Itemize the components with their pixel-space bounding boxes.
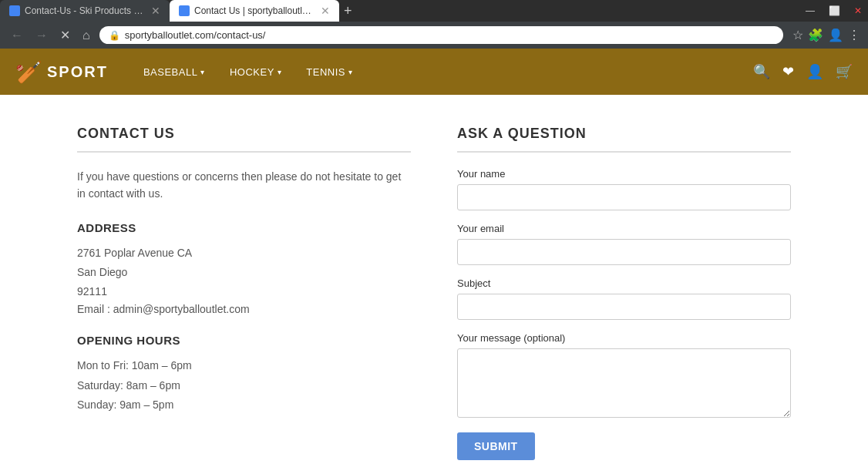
lock-icon: 🔒: [109, 30, 120, 41]
profile-icon[interactable]: 👤: [828, 28, 843, 42]
nav-tennis-label: TENNIS: [306, 66, 345, 78]
tab-2-close[interactable]: ✕: [321, 5, 330, 17]
address-line-1: 2761 Poplar Avenue CA: [77, 244, 411, 263]
hours-block: Mon to Fri: 10am – 6pm Saturday: 8am – 6…: [77, 356, 411, 415]
tab-1-title: Contact-Us - Ski Products With...: [25, 5, 146, 16]
new-tab-button[interactable]: +: [339, 0, 357, 22]
wishlist-icon[interactable]: ❤: [782, 63, 794, 80]
hours-line-1: Mon to Fri: 10am – 6pm: [77, 356, 411, 375]
nav-baseball-label: BASEBALL: [143, 66, 198, 78]
tab-2-title: Contact Us | sportyballoutlet.co...: [194, 5, 316, 16]
address-text: sportyballoutlet.com/contact-us/: [125, 29, 266, 41]
menu-icon[interactable]: ⋮: [848, 28, 860, 42]
minimize-button[interactable]: —: [799, 0, 821, 22]
contact-divider: [77, 151, 411, 153]
email-field-group: Your email: [457, 223, 791, 265]
search-icon[interactable]: 🔍: [753, 63, 770, 80]
browser-chrome: Contact-Us - Ski Products With... ✕ Cont…: [0, 0, 868, 49]
message-field-group: Your message (optional): [457, 332, 791, 420]
account-icon[interactable]: 👤: [806, 63, 823, 80]
email-label: Your email: [457, 223, 791, 234]
extensions-icon[interactable]: 🧩: [808, 28, 823, 42]
tab-1[interactable]: Contact-Us - Ski Products With... ✕: [0, 0, 170, 22]
window-controls: — ⬜ ✕: [799, 0, 868, 22]
tab-2-favicon: [179, 5, 190, 16]
main-nav: BASEBALL ▾ HOCKEY ▾ TENNIS ▾: [131, 49, 365, 95]
email-input[interactable]: [457, 239, 791, 265]
reload-button[interactable]: ✕: [57, 26, 73, 44]
tab-bar: Contact-Us - Ski Products With... ✕ Cont…: [0, 0, 868, 22]
ask-question-section: ASK A QUESTION Your name Your email Subj…: [457, 126, 791, 460]
close-button[interactable]: ✕: [848, 0, 868, 22]
back-button[interactable]: ←: [8, 27, 26, 44]
home-button[interactable]: ⌂: [79, 27, 93, 44]
email-value: admin@sportyballoutlet.com: [113, 303, 250, 315]
forward-button[interactable]: →: [32, 27, 51, 44]
name-field-group: Your name: [457, 168, 791, 210]
hours-line-3: Sunday: 9am – 5pm: [77, 395, 411, 415]
nav-hockey-label: HOCKEY: [230, 66, 274, 78]
subject-input[interactable]: [457, 294, 791, 320]
logo-text: SPORT: [47, 63, 108, 81]
site-header: 🏏 SPORT BASEBALL ▾ HOCKEY ▾ TENNIS ▾ 🔍 ❤…: [0, 49, 868, 95]
hours-line-2: Saturday: 8am – 6pm: [77, 376, 411, 395]
subject-label: Subject: [457, 277, 791, 289]
header-icons: 🔍 ❤ 👤 🛒: [753, 63, 853, 80]
tennis-arrow-icon: ▾: [348, 68, 353, 76]
question-divider: [457, 151, 791, 153]
hockey-arrow-icon: ▾: [278, 68, 282, 76]
contact-intro-text: If you have questions or concerns then p…: [77, 168, 411, 203]
opening-hours-title: OPENING HOURS: [77, 334, 411, 347]
message-label: Your message (optional): [457, 332, 791, 344]
contact-us-title: CONTACT US: [77, 126, 411, 142]
address-title: ADDRESS: [77, 221, 411, 234]
address-bar-row: ← → ✕ ⌂ 🔒 sportyballoutlet.com/contact-u…: [0, 22, 868, 49]
tab-1-favicon: [9, 5, 20, 16]
name-label: Your name: [457, 168, 791, 180]
toolbar-icons: ☆ 🧩 👤 ⋮: [792, 28, 860, 42]
message-textarea[interactable]: [457, 348, 791, 418]
submit-button[interactable]: SUBMIT: [457, 432, 535, 460]
nav-baseball[interactable]: BASEBALL ▾: [131, 49, 217, 95]
tab-1-close[interactable]: ✕: [151, 5, 160, 17]
ask-question-title: ASK A QUESTION: [457, 126, 791, 142]
contact-info-section: CONTACT US If you have questions or conc…: [77, 126, 411, 460]
address-email: Email : admin@sportyballoutlet.com: [77, 303, 411, 315]
address-bar[interactable]: 🔒 sportyballoutlet.com/contact-us/: [99, 26, 783, 44]
name-input[interactable]: [457, 184, 791, 210]
subject-field-group: Subject: [457, 277, 791, 320]
cart-icon[interactable]: 🛒: [836, 63, 853, 80]
address-line-2: San Diego: [77, 263, 411, 282]
main-content: CONTACT US If you have questions or conc…: [0, 95, 868, 464]
nav-hockey[interactable]: HOCKEY ▾: [217, 49, 294, 95]
logo-area[interactable]: 🏏 SPORT: [15, 59, 108, 85]
star-icon[interactable]: ☆: [792, 28, 803, 42]
nav-tennis[interactable]: TENNIS ▾: [294, 49, 365, 95]
logo-icon: 🏏: [15, 59, 42, 85]
email-label: Email :: [77, 303, 110, 315]
address-block: 2761 Poplar Avenue CA San Diego 92111 Em…: [77, 244, 411, 316]
baseball-arrow-icon: ▾: [200, 68, 205, 76]
tab-2[interactable]: Contact Us | sportyballoutlet.co... ✕: [170, 0, 339, 22]
maximize-button[interactable]: ⬜: [823, 0, 846, 22]
address-line-3: 92111: [77, 282, 411, 301]
